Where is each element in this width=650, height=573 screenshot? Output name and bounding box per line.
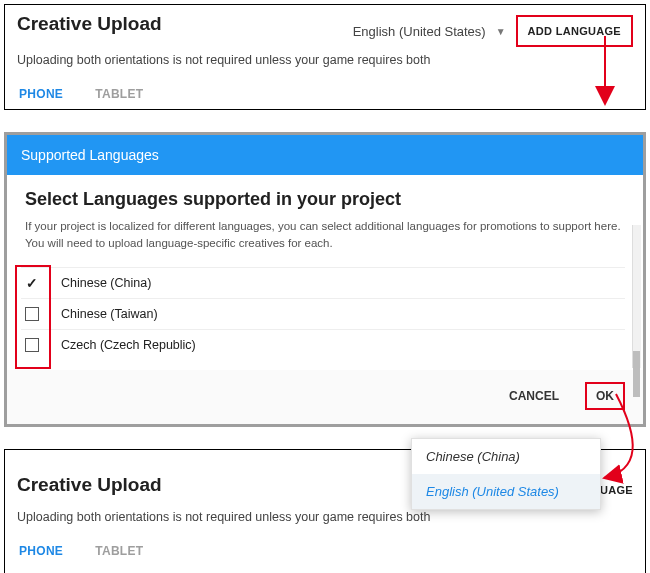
caret-down-icon: ▼ — [496, 26, 506, 37]
language-label: Chinese (Taiwan) — [61, 307, 158, 321]
creative-upload-panel: Creative Upload English (United States) … — [4, 4, 646, 110]
tab-tablet[interactable]: TABLET — [93, 538, 145, 566]
scrollbar-thumb[interactable] — [633, 351, 640, 397]
checkbox-icon[interactable] — [25, 307, 39, 321]
dialog-actions: CANCEL OK — [7, 370, 643, 424]
scrollbar-track — [632, 225, 641, 368]
device-tabs: PHONE TABLET — [17, 81, 633, 109]
language-list: Chinese (China) Chinese (Taiwan) Czech (… — [21, 267, 625, 360]
list-item[interactable]: Chinese (Taiwan) — [21, 298, 625, 329]
ok-button[interactable]: OK — [585, 382, 625, 410]
tab-phone[interactable]: PHONE — [17, 538, 65, 566]
dropdown-item-selected[interactable]: English (United States) — [412, 474, 600, 509]
page-title: Creative Upload — [17, 474, 162, 496]
checkbox-checked-icon[interactable] — [25, 276, 39, 290]
supported-languages-dialog: Supported Languages Select Languages sup… — [4, 132, 646, 427]
tab-phone[interactable]: PHONE — [17, 81, 65, 109]
device-tabs: PHONE TABLET — [17, 538, 633, 566]
dialog-heading: Select Languages supported in your proje… — [25, 189, 625, 210]
page-title: Creative Upload — [17, 13, 162, 35]
panel-header: Creative Upload English (United States) … — [17, 13, 633, 47]
language-dropdown[interactable]: English (United States) ▼ — [353, 24, 510, 39]
language-selected-label: English (United States) — [353, 24, 486, 39]
language-controls: English (United States) ▼ ADD LANGUAGE — [353, 15, 633, 47]
panel-subtitle: Uploading both orientations is not requi… — [17, 510, 633, 524]
cancel-button[interactable]: CANCEL — [509, 389, 559, 403]
dialog-description: If your project is localized for differe… — [25, 218, 625, 253]
dropdown-item[interactable]: Chinese (China) — [412, 439, 600, 474]
checkbox-icon[interactable] — [25, 338, 39, 352]
creative-upload-panel-expanded: Creative Upload ADD LANGUAGE Uploading b… — [4, 449, 646, 574]
dialog-scrollbar[interactable] — [632, 225, 641, 368]
dialog-body: Select Languages supported in your proje… — [7, 175, 643, 370]
list-item[interactable]: Czech (Czech Republic) — [21, 329, 625, 360]
dialog-titlebar: Supported Languages — [7, 135, 643, 175]
panel-subtitle: Uploading both orientations is not requi… — [17, 53, 633, 67]
tab-tablet[interactable]: TABLET — [93, 81, 145, 109]
language-dropdown-menu: Chinese (China) English (United States) — [411, 438, 601, 510]
language-label: Chinese (China) — [61, 276, 151, 290]
language-label: Czech (Czech Republic) — [61, 338, 196, 352]
list-item[interactable]: Chinese (China) — [21, 267, 625, 298]
add-language-button[interactable]: ADD LANGUAGE — [516, 15, 633, 47]
